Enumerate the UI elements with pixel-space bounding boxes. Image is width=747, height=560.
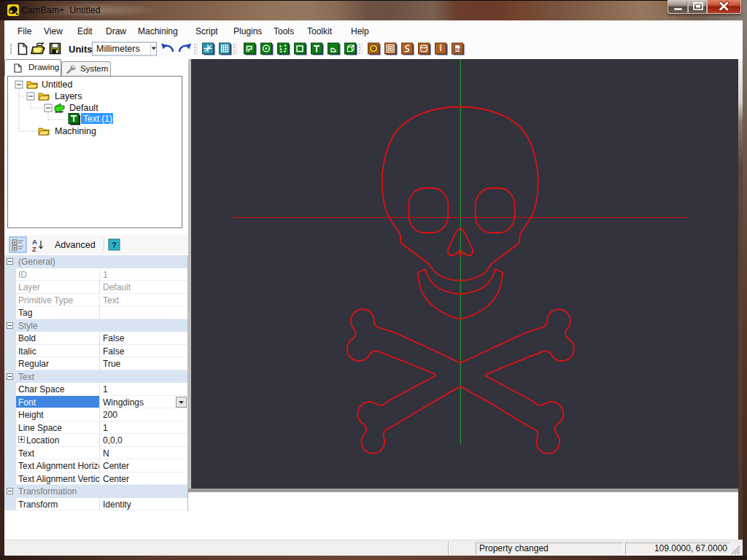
svg-text:?: ? bbox=[112, 241, 117, 249]
svg-text:Default: Default bbox=[69, 103, 98, 113]
svg-text:Machining: Machining bbox=[55, 126, 96, 136]
svg-text:Units: Units bbox=[69, 44, 93, 55]
svg-text:Millimeters: Millimeters bbox=[96, 44, 140, 54]
svg-text:Text (1): Text (1) bbox=[83, 114, 112, 124]
svg-text:Z: Z bbox=[32, 245, 36, 253]
svg-text:Untitled: Untitled bbox=[42, 79, 72, 90]
svg-text:Advanced: Advanced bbox=[55, 240, 96, 250]
svg-text:NC: NC bbox=[455, 47, 462, 52]
svg-text:Layers: Layers bbox=[55, 91, 82, 101]
